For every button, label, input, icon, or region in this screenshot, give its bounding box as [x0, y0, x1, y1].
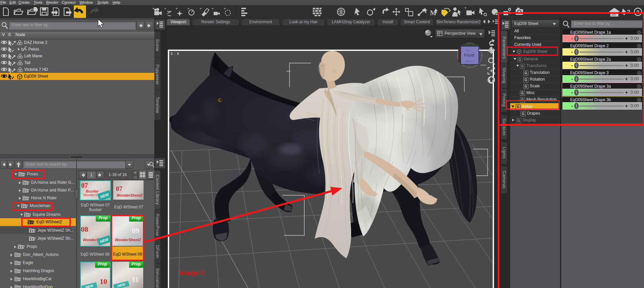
svg-text:Bottom: Bottom [465, 60, 472, 62]
svg-text:+: + [224, 6, 226, 10]
svg-text:Top: Top [466, 49, 469, 52]
svg-text:+: + [176, 6, 178, 10]
svg-text:Front: Front [464, 53, 474, 58]
svg-text:+: + [152, 6, 154, 10]
svg-text:+: + [212, 6, 214, 10]
svg-text:+: + [164, 6, 166, 10]
svg-text:5 : 4: 5 : 4 [171, 52, 179, 56]
svg-text:+: + [200, 6, 202, 10]
svg-text:+: + [464, 6, 466, 10]
svg-text:+: + [187, 6, 189, 10]
